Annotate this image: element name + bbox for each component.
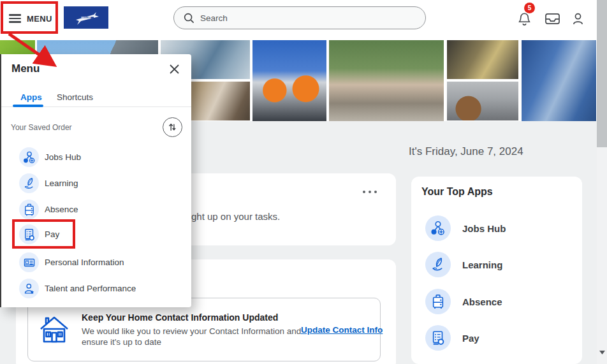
medline-logo[interactable]: MEDLINE [64, 6, 108, 29]
jobs-hub-icon [19, 147, 39, 167]
top-app-jobs-hub[interactable]: Jobs Hub [425, 215, 506, 241]
person-icon [572, 12, 584, 25]
tasks-card-text: ght up on your tasks. [191, 211, 280, 222]
top-app-label: Absence [462, 296, 502, 307]
absence-icon [425, 289, 451, 314]
menu-item-label: Talent and Performance [45, 284, 136, 293]
top-app-pay[interactable]: Pay [425, 325, 479, 351]
top-app-label: Pay [462, 333, 479, 344]
talent-performance-icon [19, 279, 39, 298]
update-contact-info-link[interactable]: Update Contact Info [301, 325, 383, 335]
top-app-absence[interactable]: Absence [425, 289, 502, 314]
inbox-tray-icon [545, 12, 560, 25]
banner-photo-conveyor [447, 82, 518, 120]
learning-icon [19, 173, 39, 193]
menu-item-label: Jobs Hub [45, 152, 81, 162]
menu-item-label: Absence [45, 205, 78, 214]
menu-panel-title: Menu [11, 62, 40, 75]
personal-information-icon [19, 252, 39, 272]
home-icon [38, 313, 70, 349]
saved-order-label: Your Saved Order [11, 123, 72, 132]
top-app-label: Jobs Hub [462, 223, 506, 234]
menu-item-label: Learning [45, 178, 78, 188]
jobs-hub-icon [425, 215, 451, 241]
banner-photo-group [329, 40, 444, 121]
close-icon[interactable] [167, 62, 181, 76]
menu-item-pay[interactable]: Pay [19, 224, 59, 244]
sort-order-button[interactable] [163, 117, 182, 137]
scrollbar-down-arrow[interactable] [597, 347, 607, 358]
pay-icon [19, 224, 39, 244]
menu-item-personal-information[interactable]: Personal Information [19, 252, 124, 272]
learning-icon [425, 252, 451, 277]
hamburger-icon [9, 12, 21, 25]
menu-item-label: Pay [45, 229, 59, 239]
tab-apps[interactable]: Apps [20, 92, 42, 102]
top-app-label: Learning [462, 259, 502, 270]
profile-button[interactable] [569, 10, 587, 27]
contact-notice-body-line1: We would like you to review your Contact… [82, 326, 301, 336]
pay-icon [425, 325, 451, 351]
more-options-icon[interactable] [363, 191, 379, 193]
search-bar[interactable] [173, 6, 426, 29]
greeting-text: It's Friday, June 7, 2024 [409, 145, 523, 158]
tab-shortcuts[interactable]: Shortcuts [57, 92, 93, 102]
svg-text:MEDLINE: MEDLINE [81, 16, 91, 18]
top-apps-title: Your Top Apps [421, 186, 493, 198]
menu-item-label: Personal Information [45, 258, 124, 267]
banner-photo-lab [522, 40, 596, 121]
active-tab-underline [13, 105, 43, 107]
menu-button-label: MENU [27, 14, 52, 24]
banner-photo-forklift [447, 40, 518, 79]
contact-notice-body-line2: ensure it's up to date [82, 337, 161, 347]
search-icon [184, 13, 194, 24]
menu-item-talent-and-performance[interactable]: Talent and Performance [19, 279, 136, 298]
menu-item-absence[interactable]: Absence [19, 200, 78, 219]
menu-item-jobs-hub[interactable]: Jobs Hub [19, 147, 81, 167]
top-app-learning[interactable]: Learning [425, 252, 502, 277]
banner-photo-warehouse-workers [252, 40, 326, 121]
scrollbar-thumb[interactable] [597, 0, 607, 147]
contact-notice-title: Keep Your Home Contact Information Updat… [82, 312, 278, 323]
search-input[interactable] [200, 13, 391, 23]
menu-button[interactable]: MENU [9, 9, 56, 28]
inbox-button[interactable] [543, 10, 561, 27]
absence-icon [19, 200, 39, 219]
notification-badge: 5 [524, 3, 535, 13]
menu-item-learning[interactable]: Learning [19, 173, 78, 193]
workday-home-screen: It's Friday, June 7, 2024 ght up on your… [0, 0, 607, 364]
